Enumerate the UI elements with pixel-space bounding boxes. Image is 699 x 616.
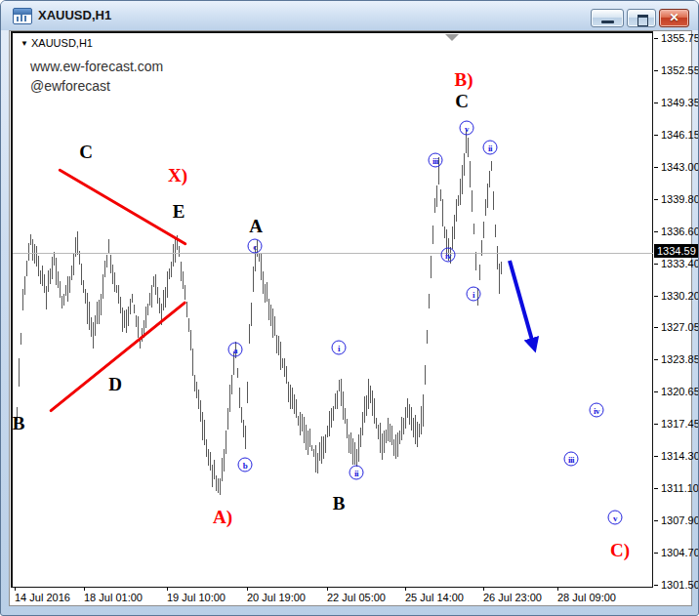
minimize-icon (601, 21, 614, 23)
close-icon: ✕ (669, 11, 678, 24)
time-label: 14 Jul 2016 (15, 592, 70, 603)
time-axis[interactable]: 14 Jul 201618 Jul 01:0019 Jul 10:0020 Ju… (11, 588, 653, 606)
price-axis[interactable]: 1355.751352.551349.351346.151343.001339.… (654, 31, 693, 588)
price-label: 1352.55 (661, 64, 699, 76)
price-tick (654, 231, 658, 232)
time-tick (15, 588, 16, 591)
chart-app-icon[interactable] (13, 8, 32, 24)
price-tick (654, 456, 658, 457)
price-label: 1307.90 (661, 514, 699, 526)
price-label: 1336.60 (661, 226, 699, 237)
window-controls: ✕ (591, 9, 689, 27)
plot-area[interactable]: ▼ XAUUSD,H1 www.ew-forecast.com @ewforec… (11, 31, 653, 588)
time-tick (483, 588, 484, 591)
time-label: 25 Jul 14:00 (405, 592, 464, 603)
price-tick (654, 167, 658, 168)
time-label: 28 Jul 09:00 (557, 592, 616, 603)
price-label: 1355.75 (661, 32, 699, 44)
price-tick (654, 38, 658, 39)
restore-button[interactable] (627, 9, 656, 27)
time-label: 19 Jul 10:00 (167, 592, 226, 603)
price-label: 1333.40 (661, 258, 699, 269)
price-tick (654, 424, 658, 425)
price-label: 1349.35 (661, 97, 699, 108)
price-tick (654, 327, 658, 328)
time-label: 22 Jul 05:00 (327, 592, 386, 603)
time-tick (405, 588, 406, 591)
price-label: 1343.00 (661, 161, 699, 173)
price-label: 1304.70 (661, 547, 699, 558)
time-tick (327, 588, 328, 591)
price-tick (654, 199, 658, 200)
price-tick (654, 391, 658, 392)
time-label: 18 Jul 01:00 (84, 592, 143, 603)
chart-window: XAUUSD,H1 ✕ ▼ XAUUSD,H1 www.ew-forecast.… (0, 0, 699, 616)
price-tick (654, 359, 658, 360)
price-tick (654, 585, 658, 586)
price-tick (654, 296, 658, 297)
minimize-button[interactable] (591, 9, 624, 27)
price-label: 1323.85 (661, 353, 699, 365)
current-price-badge: 1334.59 (654, 244, 699, 258)
price-tick (654, 520, 658, 521)
projection-arrow (13, 33, 655, 590)
price-label: 1327.05 (661, 321, 699, 333)
price-label: 1320.65 (661, 386, 699, 397)
price-label: 1311.10 (661, 482, 699, 494)
price-label: 1346.15 (661, 129, 699, 141)
time-label: 20 Jul 19:00 (247, 592, 306, 603)
time-tick (167, 588, 168, 591)
close-button[interactable]: ✕ (659, 9, 689, 27)
window-titlebar[interactable]: XAUUSD,H1 ✕ (1, 1, 698, 30)
price-tick (654, 70, 658, 71)
window-title: XAUUSD,H1 (38, 8, 111, 22)
price-label: 1330.20 (661, 290, 699, 302)
time-label: 26 Jul 23:00 (483, 592, 542, 603)
price-tick (654, 553, 658, 554)
price-label: 1317.45 (661, 418, 699, 430)
price-label: 1339.80 (661, 193, 699, 205)
chart-client-area: ▼ XAUUSD,H1 www.ew-forecast.com @ewforec… (9, 30, 692, 606)
price-label: 1301.50 (661, 579, 699, 591)
price-tick (654, 103, 658, 103)
time-tick (247, 588, 248, 591)
time-tick (84, 588, 85, 591)
price-tick (654, 488, 658, 489)
price-tick (654, 264, 658, 265)
price-tick (654, 135, 658, 136)
restore-icon (637, 15, 648, 26)
price-label: 1314.30 (661, 450, 699, 462)
time-tick (557, 588, 558, 591)
